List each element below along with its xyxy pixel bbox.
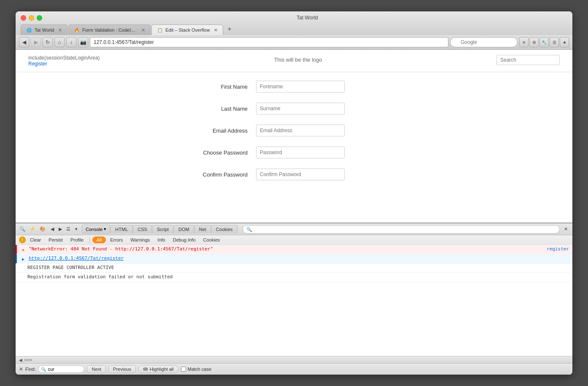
- console-persist-btn[interactable]: Persist: [45, 236, 66, 243]
- extensions-btn[interactable]: 🔧: [539, 37, 549, 47]
- reload-button[interactable]: ↻: [43, 37, 53, 47]
- home-button[interactable]: ⌂: [54, 37, 65, 47]
- search-container: [450, 37, 518, 47]
- firstname-label: First Name: [189, 84, 256, 90]
- window-controls: [21, 15, 42, 21]
- devtools-close-btn[interactable]: ✕: [561, 225, 570, 234]
- console-output: ✕ "NetworkError: 404 Not Found - http://…: [16, 245, 572, 301]
- new-tab-button[interactable]: +: [224, 23, 235, 35]
- register-form: First Name Last Name Email Address Choos…: [16, 72, 572, 199]
- console-error-link[interactable]: register: [547, 246, 569, 252]
- bookmark-btn[interactable]: ★: [560, 37, 569, 47]
- form-row-password: Choose Password: [189, 147, 399, 158]
- screenshot-button[interactable]: 📷: [78, 37, 88, 47]
- confirm-password-input[interactable]: [256, 169, 345, 180]
- console-info-btn[interactable]: Info: [154, 236, 168, 243]
- email-label: Email Address: [189, 128, 256, 134]
- find-input-container: 🔍: [38, 365, 84, 373]
- lastname-label: Last Name: [189, 106, 256, 112]
- form-row-firstname: First Name: [189, 81, 399, 92]
- console-error-text: "NetworkError: 404 Not Found - http://12…: [29, 246, 544, 252]
- menu-btn[interactable]: ☰: [550, 37, 559, 47]
- expand-left-btn[interactable]: ◀: [19, 358, 22, 362]
- console-clear-btn[interactable]: Clear: [27, 236, 44, 243]
- console-line-log2: Registration form validation failed or n…: [16, 273, 572, 282]
- devtools-cookies-tab[interactable]: Cookies: [211, 225, 237, 233]
- console-empty-space: [16, 301, 572, 356]
- tab-favicon-3: 📋: [157, 27, 163, 33]
- devtools-html-tab[interactable]: HTML: [111, 225, 132, 233]
- tab-tat-world[interactable]: 🌐 Tat World ✕: [21, 24, 67, 35]
- find-highlight-btn[interactable]: Highlight all: [138, 365, 178, 373]
- tab-stackoverflow[interactable]: 📋 Edit – Stack Overflow ✕: [151, 24, 223, 35]
- console-tab-label: Console: [86, 227, 102, 232]
- page-search-input[interactable]: [496, 55, 560, 65]
- console-all-btn[interactable]: All: [92, 236, 106, 243]
- tab-close-3[interactable]: ✕: [214, 27, 218, 33]
- devtools-forward-btn[interactable]: ▶: [57, 226, 64, 233]
- tab-close-2[interactable]: ✕: [141, 27, 145, 33]
- devtools-script-tab[interactable]: Script: [152, 225, 173, 233]
- page-content: include(sessionStateLoginArea) Register …: [16, 50, 572, 223]
- tab-label-1: Tat World: [35, 27, 54, 33]
- console-warnings-btn[interactable]: Warnings: [127, 236, 153, 243]
- devtools-html-btn[interactable]: ⚡: [28, 225, 37, 234]
- log-icon-1: [19, 265, 25, 271]
- close-nav-btn[interactable]: ✕: [519, 37, 529, 47]
- devtools-dom-tab[interactable]: DOM: [174, 225, 194, 233]
- find-bar: ✕ Find: 🔍 Next Previous Highlight all Ma…: [16, 363, 572, 375]
- devtools-bottom-bar: ◀ >>>: [16, 356, 572, 363]
- register-link[interactable]: Register: [28, 61, 100, 67]
- devtools-search-container: [239, 225, 560, 234]
- find-close-btn[interactable]: ✕: [19, 367, 23, 372]
- console-errors-btn[interactable]: Errors: [107, 236, 126, 243]
- tab-favicon-1: 🌐: [26, 27, 32, 33]
- page-header: include(sessionStateLoginArea) Register …: [16, 50, 572, 72]
- email-input[interactable]: [256, 125, 345, 136]
- form-row-lastname: Last Name: [189, 103, 399, 114]
- password-input[interactable]: [256, 147, 345, 158]
- find-previous-btn[interactable]: Previous: [108, 365, 136, 373]
- lastname-input[interactable]: [256, 103, 345, 114]
- devtools-back-btn[interactable]: ◀: [49, 226, 56, 233]
- back-button[interactable]: ◀: [19, 37, 29, 47]
- devtools-console-tab[interactable]: Console ▾: [82, 225, 110, 234]
- console-profile-btn[interactable]: Profile: [67, 236, 87, 243]
- console-debuginfo-btn[interactable]: Debug Info: [170, 236, 199, 243]
- settings-btn[interactable]: ⚙: [529, 37, 539, 47]
- devtools-css-tab[interactable]: CSS: [133, 225, 152, 233]
- console-dropdown-arrow: ▾: [104, 226, 106, 232]
- tab-label-3: Edit – Stack Overflow: [165, 27, 210, 33]
- download-button[interactable]: ↓: [66, 37, 76, 47]
- maximize-button[interactable]: [37, 15, 42, 21]
- password-label: Choose Password: [189, 150, 256, 156]
- match-case-checkbox[interactable]: [181, 367, 186, 372]
- session-text: include(sessionStateLoginArea): [28, 55, 100, 61]
- devtools-search-input[interactable]: [243, 225, 560, 234]
- firstname-input[interactable]: [256, 81, 345, 92]
- devtools-dropdown-btn[interactable]: ▾: [73, 226, 80, 233]
- devtools-style-btn[interactable]: 🎨: [38, 225, 47, 234]
- devtools-tabs: Console ▾ HTML CSS Script DOM Net Cookie…: [82, 225, 237, 234]
- form-row-confirm-password: Confirm Password: [189, 169, 399, 180]
- address-bar[interactable]: [90, 37, 448, 47]
- devtools-net-tab[interactable]: Net: [194, 225, 211, 233]
- console-cookies-btn[interactable]: Cookies: [200, 236, 224, 243]
- devtools-list-btn[interactable]: ☰: [65, 226, 72, 233]
- console-info-text[interactable]: http://127.0.0.1:4567/Tat/register: [29, 256, 569, 261]
- info-icon: ▶: [20, 256, 26, 262]
- console-line-error: ✕ "NetworkError: 404 Not Found - http://…: [16, 245, 572, 254]
- console-log2-text: Registration form validation failed or n…: [27, 274, 569, 280]
- console-line-info: ▶ http://127.0.0.1:4567/Tat/register: [16, 254, 572, 264]
- tab-close-1[interactable]: ✕: [58, 27, 62, 33]
- search-input[interactable]: [450, 37, 518, 47]
- devtools-inspect-btn[interactable]: 🔍: [18, 225, 27, 234]
- find-input[interactable]: [48, 367, 81, 372]
- minimize-button[interactable]: [29, 15, 34, 21]
- tab-codeigniter[interactable]: 🔥 Form Validation : CodeIgniter U... ✕: [68, 24, 151, 35]
- navigation-bar: ◀ ▶ ↻ ⌂ ↓ 📷 ✕ ⚙ 🔧 ☰ ★: [16, 35, 572, 50]
- forward-button[interactable]: ▶: [31, 37, 41, 47]
- tab-favicon-2: 🔥: [74, 27, 80, 33]
- find-next-btn[interactable]: Next: [87, 365, 106, 373]
- close-button[interactable]: [21, 15, 26, 21]
